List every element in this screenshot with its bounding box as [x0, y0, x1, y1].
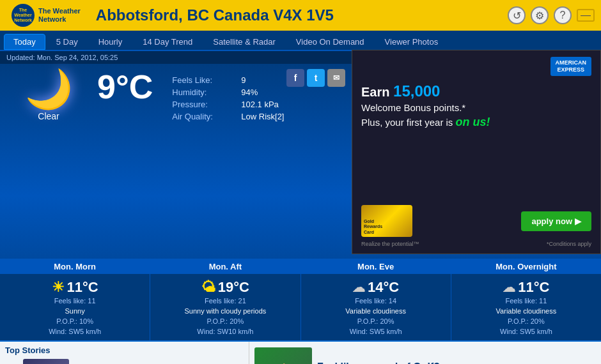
header-icons: ↺ ⚙ ? —	[508, 6, 595, 24]
forecast-evening-header: Mon. Eve	[301, 259, 451, 274]
forecast-morning-pop: P.O.P.: 10%	[5, 317, 144, 325]
email-button[interactable]: ✉	[327, 69, 345, 87]
forecast-overnight-temp: ☁ 11°C	[457, 279, 596, 296]
nav-tabs: Today 5 Day Hourly 14 Day Trend Satellit…	[0, 31, 601, 51]
golf-section: ⛳ Feel like a round of Golf? Check the G…	[249, 342, 601, 364]
pressure-value: 102.1 kPa	[241, 100, 279, 109]
forecast-evening-pop: P.O.P.: 20%	[306, 317, 446, 325]
feels-like-value: 9	[241, 75, 246, 85]
help-icon[interactable]: ?	[554, 6, 572, 24]
earn-prefix: Earn	[361, 85, 393, 99]
current-section: 🌙 Clear 9°C Feels Like: 9 Humidity: 94% …	[0, 64, 601, 176]
humidity-row: Humidity: 94%	[172, 87, 284, 97]
tab-today[interactable]: Today	[4, 34, 45, 50]
temperature: 9°C	[97, 70, 153, 103]
refresh-icon[interactable]: ↺	[508, 6, 526, 24]
twitter-button[interactable]: t	[307, 69, 325, 87]
forecast-overnight-desc: Variable cloudiness	[457, 307, 596, 315]
forecast-afternoon-desc: Sunny with cloudy periods	[155, 307, 295, 315]
ad-inner: AMERICANEXPRESS Earn 15,000 Welcome Bonu…	[352, 50, 600, 254]
forecast-overnight-wind: Wind: SW5 km/h	[457, 328, 596, 335]
minimize-icon[interactable]: —	[577, 9, 595, 22]
forecast-morning-header: Mon. Morn	[0, 259, 150, 274]
humidity-value: 94%	[241, 87, 258, 97]
air-quality-row: Air Quality: Low Risk[2]	[172, 112, 284, 121]
ad-panel: AMERICANEXPRESS Earn 15,000 Welcome Bonu…	[352, 50, 601, 254]
forecast-morning: Mon. Morn ☀ 11°C Feels like: 11 Sunny P.…	[0, 259, 150, 340]
forecast-afternoon-pop: P.O.P.: 20%	[155, 317, 295, 325]
forecast-overnight-pop: P.O.P.: 20%	[457, 317, 596, 325]
golf-title[interactable]: Feel like a round of Golf?	[317, 361, 528, 365]
main-content: Updated: Mon. Sep 24, 2012, 05:25 🌙 Clea…	[0, 51, 601, 340]
air-quality-label: Air Quality:	[172, 112, 236, 121]
settings-icon[interactable]: ⚙	[531, 6, 549, 24]
forecast-evening-wind: Wind: SW5 km/h	[306, 328, 446, 335]
feels-like-label: Feels Like:	[172, 75, 236, 85]
sun-cloud-icon-afternoon: 🌤	[201, 279, 215, 296]
logo: The WeatherNetwork The WeatherNetwork	[6, 1, 86, 29]
tab-hourly[interactable]: Hourly	[89, 34, 132, 50]
tab-5day[interactable]: 5 Day	[47, 34, 88, 50]
sun-icon-morning: ☀	[52, 279, 65, 296]
air-quality-value: Low Risk[2]	[241, 112, 284, 121]
header: The WeatherNetwork The WeatherNetwork Ab…	[0, 0, 601, 31]
forecast-morning-temp: ☀ 11°C	[5, 279, 144, 296]
logo-text: The WeatherNetwork	[38, 7, 81, 24]
pressure-row: Pressure: 102.1 kPa	[172, 100, 284, 109]
logo-circle: The WeatherNetwork	[12, 4, 35, 27]
golf-text-block: Feel like a round of Golf? Check the Gol…	[317, 361, 528, 365]
cloud-icon-overnight: ☁	[503, 280, 515, 295]
tab-photos[interactable]: Viewer Photos	[375, 34, 448, 50]
bottom-bar: Top Stories ◀ 🌀 Miriam threatens to beco…	[0, 340, 601, 364]
earn-number: 15,000	[393, 82, 440, 100]
cloud-icon-evening: ☁	[352, 280, 365, 295]
tab-satellite[interactable]: Satellite & Radar	[203, 34, 285, 50]
social-icons: f t ✉	[286, 69, 345, 87]
ad-earn-text: Earn 15,000	[361, 81, 591, 101]
forecast-evening: Mon. Eve ☁ 14°C Feels like: 14 Variable …	[301, 259, 451, 340]
golf-thumbnail: ⛳	[254, 347, 312, 364]
ad-logo: AMERICANEXPRESS	[361, 57, 591, 76]
amex-badge: AMERICANEXPRESS	[550, 57, 592, 76]
ad-fine-print: Realize the potential™ *Conditions apply	[361, 241, 591, 247]
temp-block: 9°C	[97, 70, 153, 106]
forecast-overnight-feels: Feels like: 11	[457, 297, 596, 305]
forecast-afternoon-feels: Feels like: 21	[155, 297, 295, 305]
forecast-morning-desc: Sunny	[5, 307, 144, 315]
weather-condition: Clear	[38, 111, 59, 121]
forecast-row: Mon. Morn ☀ 11°C Feels like: 11 Sunny P.…	[0, 259, 601, 340]
tab-14day[interactable]: 14 Day Trend	[133, 34, 202, 50]
apply-arrow: ▶	[575, 216, 581, 226]
forecast-afternoon-header: Mon. Aft	[150, 259, 300, 274]
forecast-overnight: Mon. Overnight ☁ 11°C Feels like: 11 Var…	[451, 259, 601, 340]
forecast-afternoon-temp: 🌤 19°C	[155, 279, 295, 296]
city-title: Abbotsford, BC Canada V4X 1V5	[96, 6, 508, 24]
humidity-label: Humidity:	[172, 87, 236, 97]
forecast-evening-feels: Feels like: 14	[306, 297, 446, 305]
forecast-evening-temp: ☁ 14°C	[306, 279, 446, 296]
forecast-morning-wind: Wind: SW5 km/h	[5, 328, 144, 335]
ad-bottom: Gold Rewards Card apply now ▶	[361, 205, 591, 237]
feels-like-row: Feels Like: 9	[172, 75, 284, 85]
moon-icon: 🌙	[25, 70, 73, 109]
forecast-evening-desc: Variable cloudiness	[306, 307, 446, 315]
forecast-afternoon-wind: Wind: SW10 km/h	[155, 328, 295, 335]
forecast-afternoon: Mon. Aft 🌤 19°C Feels like: 21 Sunny wit…	[150, 259, 300, 340]
ad-welcome-line: Welcome Bonus points.*	[361, 102, 591, 113]
ad-card-image: Gold Rewards Card	[361, 205, 412, 237]
facebook-button[interactable]: f	[286, 69, 304, 87]
pressure-label: Pressure:	[172, 100, 236, 109]
forecast-overnight-header: Mon. Overnight	[451, 259, 601, 274]
tab-video[interactable]: Video On Demand	[286, 34, 374, 50]
ad-onus: on us!	[456, 116, 490, 128]
stories-title: Top Stories	[5, 345, 51, 355]
top-stories-section: Top Stories ◀ 🌀 Miriam threatens to beco…	[0, 342, 249, 364]
ad-plus-line: Plus, your first year is on us!	[361, 116, 591, 129]
forecast-morning-feels: Feels like: 11	[5, 297, 144, 305]
apply-button[interactable]: apply now ▶	[521, 211, 591, 231]
weather-icon-area: 🌙 Clear	[10, 70, 87, 121]
story-thumbnail: 🌀	[23, 359, 69, 364]
weather-details: Feels Like: 9 Humidity: 94% Pressure: 10…	[172, 75, 284, 121]
